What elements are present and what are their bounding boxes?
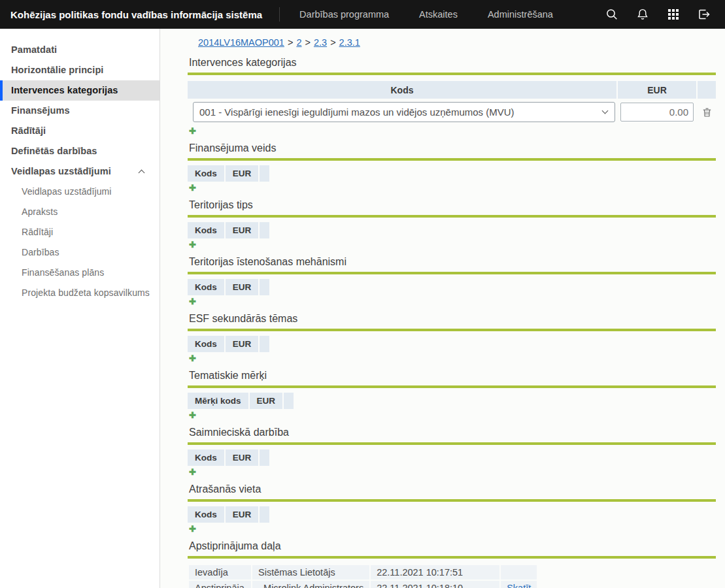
breadcrumb-separator: > <box>305 37 310 48</box>
column-header-kods: Kods <box>188 81 616 99</box>
sidebar-item-apraksts[interactable]: Apraksts <box>0 202 160 222</box>
breadcrumb-link[interactable]: 2 <box>296 37 301 48</box>
breadcrumb-separator: > <box>330 37 335 48</box>
section-title: Atrašanās vieta <box>189 483 716 495</box>
sidebar-item-finans-anas-pl-ns[interactable]: Finansēšanas plāns <box>0 263 160 283</box>
sidebar-item-veidlapas-uzst-d-jumi[interactable]: Veidlapas uzstādījumi <box>0 182 160 202</box>
sidebar-item-intervences-kategorijas[interactable]: Intervences kategorijas <box>0 80 160 101</box>
section-title: Saimnieciskā darbība <box>189 427 716 438</box>
section-title: Finansējuma veids <box>189 142 716 154</box>
main-content: 2014LV16MAOP001>2>2.3>2.3.1 Intervences … <box>160 29 725 588</box>
section-title: ESF sekundārās tēmas <box>189 313 716 325</box>
section-divider <box>188 272 716 274</box>
delete-row-icon[interactable] <box>698 107 716 118</box>
approval-row: IevadījaSistēmas Lietotājs22.11.2021 10:… <box>189 565 537 580</box>
section-table-header: Kods EUR <box>188 279 269 295</box>
add-row-button[interactable]: ✚ <box>189 410 196 420</box>
section-title: Teritorijas tips <box>189 199 716 211</box>
eur-input[interactable] <box>620 103 694 122</box>
column-header-kods: Mērķi kods <box>188 393 248 409</box>
sidebar-item-finans-jums[interactable]: Finansējums <box>0 101 160 121</box>
column-header-kods: Kods <box>188 336 224 352</box>
column-header-actions <box>260 449 269 466</box>
add-row-button[interactable]: ✚ <box>189 183 196 193</box>
section-divider <box>188 73 716 75</box>
section-divider <box>188 442 716 445</box>
notifications-icon[interactable] <box>636 8 649 21</box>
approval-table: IevadījaSistēmas Lietotājs22.11.2021 10:… <box>188 564 538 588</box>
top-header-bar: Kohēzijas politikas fondu vadības inform… <box>0 0 725 29</box>
code-eur-section: ESF sekundārās tēmas Kods EUR ✚ <box>188 313 716 363</box>
column-header-actions <box>260 336 269 352</box>
sidebar-item-r-d-t-ji[interactable]: Rādītāji <box>0 222 160 242</box>
sidebar-item-veidlapas-uzst-d-jumi[interactable]: Veidlapas uzstādījumi <box>0 161 160 182</box>
approval-cell: _Microlink Administrators <box>252 581 369 588</box>
column-header-eur: EUR <box>226 222 259 238</box>
breadcrumb-link[interactable]: 2.3.1 <box>339 37 360 48</box>
add-row-button[interactable]: ✚ <box>189 126 196 136</box>
sidebar-item-pamatdati[interactable]: Pamatdati <box>0 40 160 60</box>
breadcrumb-link[interactable]: 2.3 <box>314 37 327 48</box>
approval-action-cell: Skatīt <box>501 581 537 588</box>
column-header-eur: EUR <box>226 279 259 295</box>
intervences-table-row: 001 - Vispārīgi ienesīgi ieguldījumi maz… <box>188 99 716 125</box>
intervences-table-header: Kods EUR <box>188 81 716 99</box>
add-row-button[interactable]: ✚ <box>189 240 196 250</box>
nav-darbibas-programma[interactable]: Darbības programma <box>299 9 389 20</box>
add-row-button[interactable]: ✚ <box>189 524 196 534</box>
sidebar-item-horizont-lie-principi[interactable]: Horizontālie principi <box>0 60 160 80</box>
section-divider <box>188 556 716 559</box>
column-header-eur: EUR <box>226 506 259 523</box>
chevron-up-icon[interactable] <box>139 170 145 176</box>
section-divider <box>188 329 716 331</box>
sidebar-item-defin-t-s-darb-bas[interactable]: Definētās darbības <box>0 141 160 161</box>
approval-section-title: Apstiprinājuma daļa <box>189 540 716 552</box>
section-table-header: Kods EUR <box>188 506 269 523</box>
header-divider <box>279 7 280 22</box>
approval-cell: 22.11.2021 10:18:10 <box>371 581 499 588</box>
search-icon[interactable] <box>605 8 618 21</box>
section-table-header: Kods EUR <box>188 165 269 182</box>
column-header-kods: Kods <box>188 279 224 295</box>
code-eur-section: Saimnieciskā darbība Kods EUR ✚ <box>188 427 716 477</box>
nav-administresana[interactable]: Administrēšana <box>488 9 553 20</box>
section-table-header: Mērķi kods EUR <box>188 393 294 409</box>
sidebar-item-darb-bas[interactable]: Darbības <box>0 242 160 263</box>
approval-cell: Sistēmas Lietotājs <box>252 565 369 580</box>
approval-cell: Ievadīja <box>189 565 251 580</box>
column-header-eur: EUR <box>226 336 259 352</box>
sidebar-item-r-d-t-ji[interactable]: Rādītāji <box>0 121 160 141</box>
nav-atskaites[interactable]: Atskaites <box>419 9 458 20</box>
section-divider <box>188 499 716 502</box>
logout-icon[interactable] <box>698 8 711 21</box>
column-header-actions <box>260 506 269 523</box>
code-eur-section: Atrašanās vieta Kods EUR ✚ <box>188 483 716 534</box>
sidebar-item-projekta-bud-eta-kopsavilkums[interactable]: Projekta budžeta kopsavilkums <box>0 283 160 303</box>
add-row-button[interactable]: ✚ <box>189 467 196 477</box>
column-header-eur: EUR <box>226 449 259 466</box>
code-eur-section: Teritorijas īstenošanas mehānismi Kods E… <box>188 256 716 306</box>
section-divider <box>188 385 716 388</box>
view-link[interactable]: Skatīt <box>507 583 531 588</box>
section-title: Tematiskie mērķi <box>189 370 716 382</box>
column-header-actions <box>260 222 269 238</box>
breadcrumb: 2014LV16MAOP001>2>2.3>2.3.1 <box>198 37 716 48</box>
add-row-button[interactable]: ✚ <box>189 353 196 363</box>
column-header-eur: EUR <box>618 81 696 99</box>
breadcrumb-separator: > <box>288 37 293 48</box>
column-header-kods: Kods <box>188 165 224 182</box>
code-eur-section: Finansējuma veids Kods EUR ✚ <box>188 142 716 193</box>
app-title: Kohēzijas politikas fondu vadības inform… <box>0 9 279 20</box>
approval-cell: 22.11.2021 10:17:51 <box>371 565 499 580</box>
add-row-button[interactable]: ✚ <box>189 297 196 306</box>
header-icons <box>605 8 725 21</box>
column-header-kods: Kods <box>188 449 224 466</box>
breadcrumb-link[interactable]: 2014LV16MAOP001 <box>198 37 284 48</box>
kods-select[interactable]: 001 - Vispārīgi ienesīgi ieguldījumi maz… <box>193 102 615 122</box>
code-eur-section: Tematiskie mērķi Mērķi kods EUR ✚ <box>188 370 716 420</box>
column-header-actions <box>260 165 269 182</box>
approval-action-cell <box>501 565 537 580</box>
approval-cell: Apstiprināja <box>189 581 251 588</box>
app-switcher-icon[interactable] <box>667 8 680 21</box>
column-header-eur: EUR <box>250 393 283 409</box>
